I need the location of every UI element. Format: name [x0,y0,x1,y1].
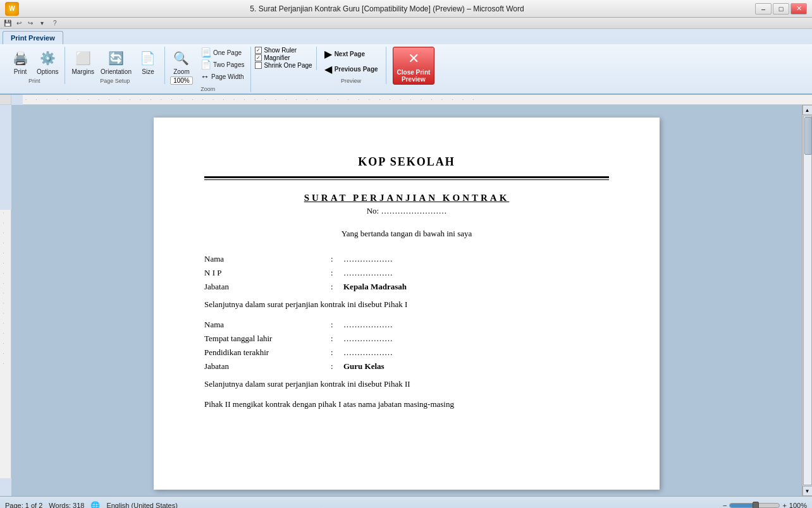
zoom-percent-status: 100% [789,502,807,509]
zoom-plus-button[interactable]: + [782,502,786,509]
doc-header: KOP SEKOLAH [204,155,609,169]
window-title: 5. Surat Perjanjian Kontrak Guru [Compat… [19,4,755,13]
doc-paragraph-2: Selanjutnya dalam surat perjanjian kontr… [204,379,609,389]
zoom-percent[interactable]: 100% [170,76,193,85]
field-label-nama-2: Nama [204,320,331,330]
page-area: KOP SEKOLAH SURAT PERJANJIAN KONTRAK No:… [11,105,802,496]
show-ruler-checkbox[interactable] [255,47,262,54]
print-group-label: Print [28,78,40,84]
zoom-slider[interactable] [729,503,780,508]
vertical-scrollbar[interactable]: ▲ ▼ [802,105,812,496]
doc-paragraph-3: Pihak II mengikat kontrak dengan pihak I… [204,399,609,409]
fields-group-1: Nama : ……………… N I P : ……………… Jabatan : K… [204,254,609,292]
orientation-button[interactable]: 🔄 Orientation [98,47,134,76]
next-page-icon: ▶ [324,48,332,60]
page-setup-group-label: Page Setup [100,78,130,84]
vertical-ruler: · · · · · · · · · · · · · · · · [0,210,11,478]
field-nama-2: Nama : ……………… [204,320,609,330]
field-nama-1: Nama : ……………… [204,254,609,264]
prev-page-button[interactable]: ◀ Previous Page [321,62,382,76]
field-label-pendidikan: Pendidikan terakhir [204,348,331,358]
page-width-label: Page Width [211,73,244,80]
doc-divider-line [204,176,609,180]
field-pendidikan: Pendidikan terakhir : ……………… [204,348,609,358]
print-label: Print [14,68,27,75]
size-label: Size [142,68,154,75]
title-bar-left: W [5,2,19,16]
magnifier-check[interactable]: Magnifier [255,54,312,61]
field-colon-pendidikan: : [331,348,343,358]
zoom-control[interactable]: − + 100% [723,502,807,509]
field-colon-nama-2: : [331,320,343,330]
size-button[interactable]: 📄 Size [135,47,161,76]
one-page-button[interactable]: 📃 One Page [198,47,247,58]
horizontal-ruler: · · · · · · · · · · · · · · · · · · · · … [23,95,812,105]
status-bar: Page: 1 of 2 Words: 318 🌐 English (Unite… [0,496,812,508]
shrink-label: Shrink One Page [264,62,312,69]
print-group-items: 🖨️ Print ⚙️ Options [8,47,61,76]
print-preview-tab[interactable]: Print Preview [3,31,63,44]
field-label-tempat: Tempat tanggal lahir [204,334,331,344]
options-label: Options [37,68,58,75]
close-preview-wrapper: ✕ Close PrintPreview [388,47,440,85]
field-tempat-lahir: Tempat tanggal lahir : ……………… [204,334,609,344]
next-page-button[interactable]: ▶ Next Page [321,47,382,61]
show-hide-group: Show Ruler Magnifier Shrink One Page [252,47,316,70]
document-page: KOP SEKOLAH SURAT PERJANJIAN KONTRAK No:… [154,118,660,490]
scroll-track[interactable] [803,116,812,485]
show-ruler-label: Show Ruler [264,47,297,54]
margins-icon: ⬜ [73,48,93,68]
fields-group-2: Nama : ……………… Tempat tanggal lahir : ………… [204,320,609,372]
redo-icon[interactable]: ↪ [25,18,35,28]
margins-button[interactable]: ⬜ Margins [69,47,97,76]
zoom-minus-button[interactable]: − [723,502,727,509]
magnifier-checkbox[interactable] [255,54,262,61]
close-print-preview-button[interactable]: ✕ Close PrintPreview [393,47,435,85]
shrink-checkbox[interactable] [255,62,262,69]
scroll-up-button[interactable]: ▲ [803,105,813,115]
doc-title: SURAT PERJANJIAN KONTRAK [204,193,609,203]
ribbon-tab-bar: Print Preview [0,29,812,44]
field-jabatan-2: Jabatan : Guru Kelas [204,361,609,372]
save-icon[interactable]: 💾 [3,18,13,28]
print-button[interactable]: 🖨️ Print [8,47,33,76]
field-value-nip: ……………… [343,268,609,278]
field-jabatan-1: Jabatan : Kepala Madrasah [204,282,609,292]
qa-expand-icon[interactable]: ▾ [37,18,47,28]
help-icon[interactable]: ? [53,20,57,27]
title-bar-controls: – □ ✕ [755,3,807,15]
status-right: − + 100% [723,502,807,509]
field-value-pendidikan: ……………… [343,348,609,358]
status-left: Page: 1 of 2 Words: 318 🌐 English (Unite… [5,501,178,509]
scroll-down-button[interactable]: ▼ [803,486,813,496]
field-label-jabatan-1: Jabatan [204,282,331,292]
preview-group-label: Preview [341,78,361,84]
field-colon-jabatan-2: : [331,361,343,372]
two-pages-label: Two Pages [213,61,244,68]
prev-page-label: Previous Page [335,66,378,73]
ruler-row: · · · · · · · · · · · · · · · · · · · · … [0,95,812,105]
undo-icon[interactable]: ↩ [14,18,24,28]
field-value-jabatan-2: Guru Kelas [343,361,609,372]
options-button[interactable]: ⚙️ Options [34,47,61,76]
page-width-button[interactable]: ↔ Page Width [198,71,247,82]
field-colon-tempat: : [331,334,343,344]
shrink-one-page-check[interactable]: Shrink One Page [255,62,312,69]
field-value-jabatan-1: Kepala Madrasah [343,282,609,292]
doc-paragraph-1: Selanjutnya dalam surat perjanjian kontr… [204,299,609,310]
ribbon-content: 🖨️ Print ⚙️ Options Print ⬜ Margins 🔄 [0,44,812,94]
close-print-preview-icon: ✕ [403,49,424,69]
scroll-thumb[interactable] [804,117,812,155]
field-label-nama-1: Nama [204,254,331,264]
show-ruler-check[interactable]: Show Ruler [255,47,312,54]
maximize-button[interactable]: □ [773,3,789,15]
close-button[interactable]: ✕ [790,3,807,15]
zoom-button[interactable]: 🔍 Zoom [169,47,194,76]
field-label-nip: N I P [204,268,331,278]
field-label-jabatan-2: Jabatan [204,361,331,372]
office-logo-icon: W [5,2,19,16]
page-width-icon: ↔ [200,71,209,82]
minimize-button[interactable]: – [755,3,772,15]
two-pages-button[interactable]: 📄 Two Pages [198,59,247,70]
zoom-thumb[interactable] [753,502,759,509]
